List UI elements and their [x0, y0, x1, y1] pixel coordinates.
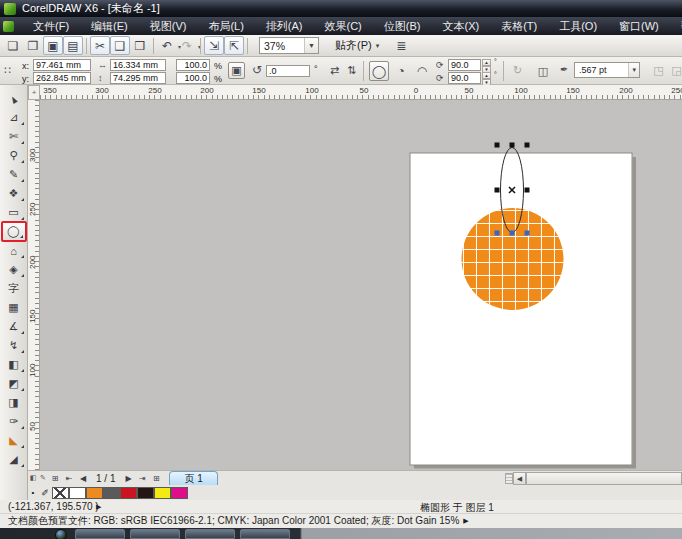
taskbar-app-button[interactable] — [240, 529, 290, 539]
taskbar-app-button[interactable] — [75, 529, 125, 539]
chevron-down-icon[interactable]: ▾ — [376, 42, 380, 50]
previous-page-button[interactable]: ◀ — [76, 472, 90, 485]
horizontal-ruler[interactable]: 35030025020015010050050100150200250 — [40, 85, 682, 100]
pick-tool[interactable]: ▲ — [2, 89, 26, 108]
export-button[interactable]: ⇱ — [224, 36, 244, 55]
scroll-left-button[interactable]: ◀ — [513, 472, 526, 485]
menu-item[interactable]: 文本(X) — [431, 17, 490, 35]
start-angle-spinner[interactable]: ▲▼ — [482, 59, 491, 71]
scrollbar-thumb[interactable] — [526, 472, 682, 485]
start-button[interactable] — [55, 529, 67, 539]
zoom-tool[interactable]: ⚲ — [2, 146, 26, 165]
last-page-button[interactable]: ⇥ — [135, 472, 149, 485]
toolbar-button[interactable] — [150, 36, 157, 55]
import-button[interactable]: ⇲ — [204, 36, 224, 55]
drawing-area[interactable] — [40, 100, 682, 470]
outline-width-combo[interactable]: .567 pt ▾ — [574, 62, 640, 78]
basic-shapes-tool[interactable]: ◈ — [2, 260, 26, 279]
shadow-tool[interactable]: ◩ — [2, 374, 26, 393]
first-page-button[interactable]: ⇤ — [62, 472, 76, 485]
y-position-field[interactable]: 262.845 mm — [33, 72, 91, 84]
title-bar[interactable]: CorelDRAW X6 - [未命名 -1] — [0, 0, 682, 17]
expand-arrow-icon[interactable]: ▶ — [463, 517, 468, 525]
rotation-angle-field[interactable]: .0 — [266, 65, 310, 77]
menu-item[interactable]: 帮助(H) — [670, 17, 682, 35]
toolbar-button[interactable] — [83, 36, 90, 55]
polygon-tool[interactable]: ⌂ — [2, 241, 26, 260]
scale-x-field[interactable]: 100.0 — [176, 59, 210, 71]
lock-ratio-button[interactable]: ▣ — [228, 62, 245, 79]
palette-dot-button[interactable]: • — [28, 488, 38, 497]
toolbar-button[interactable] — [197, 36, 204, 55]
redo-button[interactable]: ↷ — [177, 36, 197, 55]
print-button[interactable]: ▤ — [63, 36, 83, 55]
shape-tool[interactable]: ⊿ — [2, 108, 26, 127]
connector-tool[interactable]: ↯ — [2, 336, 26, 355]
menu-item[interactable]: 文件(F) — [22, 17, 80, 35]
menu-item[interactable]: 表格(T) — [490, 17, 548, 35]
fill-extra-button[interactable]: ◲ — [668, 62, 682, 79]
change-direction-button[interactable]: ↻ — [509, 62, 526, 79]
transparency-tool[interactable]: ◨ — [2, 393, 26, 412]
taskbar-app-button[interactable] — [130, 529, 180, 539]
expand-arrow-icon[interactable]: ▶ — [96, 503, 101, 511]
dimension-tool[interactable]: ∡ — [2, 317, 26, 336]
save-button[interactable]: ▣ — [43, 36, 63, 55]
end-angle-field[interactable]: 90.0 — [448, 72, 481, 84]
swatch-none[interactable] — [52, 487, 69, 499]
undo-button[interactable]: ↶ — [157, 36, 177, 55]
vertical-ruler[interactable]: 30025020015010050 — [28, 100, 40, 470]
nav-extra-button[interactable]: ◧ — [28, 472, 38, 485]
menu-item[interactable]: 位图(B) — [373, 17, 432, 35]
menu-item[interactable]: 窗口(W) — [608, 17, 670, 35]
options-button[interactable]: ≣ — [391, 36, 411, 55]
paste-button[interactable]: ❒ — [130, 36, 150, 55]
snap-to-button[interactable]: 贴齐(P) ▾ — [335, 38, 379, 53]
menu-item[interactable]: 工具(O) — [548, 17, 608, 35]
interactive-fill-tool[interactable]: ◢ — [2, 450, 26, 469]
text-tool[interactable]: 字 — [2, 279, 26, 298]
menu-item[interactable]: 视图(V) — [139, 17, 198, 35]
open-button[interactable]: ❐ — [23, 36, 43, 55]
new-button[interactable]: ❏ — [3, 36, 23, 55]
smart-fill-tool[interactable]: ❖ — [2, 184, 26, 203]
text-wrap-button[interactable]: ◫ — [533, 61, 553, 81]
menu-item[interactable]: 布局(L) — [197, 17, 254, 35]
ellipse-tool[interactable]: ◯ — [2, 222, 26, 241]
cut-button[interactable]: ✂ — [90, 36, 110, 55]
height-field[interactable]: 74.295 mm — [110, 72, 166, 84]
swatch-red[interactable] — [120, 487, 137, 499]
swatch-white[interactable] — [69, 487, 86, 499]
eyedropper-tool[interactable]: ✑ — [2, 412, 26, 431]
width-field[interactable]: 16.334 mm — [110, 59, 166, 71]
scale-y-field[interactable]: 100.0 — [176, 72, 210, 84]
next-page-button[interactable]: ▶ — [121, 472, 135, 485]
add-page-button[interactable]: ⊞ — [48, 472, 62, 485]
swatch-yellow[interactable] — [154, 487, 171, 499]
swatch-black[interactable] — [137, 487, 154, 499]
add-page-button[interactable]: ⊞ — [149, 472, 163, 485]
page-tab[interactable]: 页 1 — [169, 471, 217, 485]
ruler-origin-button[interactable]: + — [28, 85, 40, 100]
menu-item[interactable]: 编辑(E) — [80, 17, 139, 35]
table-tool[interactable]: ▦ — [2, 298, 26, 317]
orange-grid-circle[interactable] — [462, 208, 564, 310]
mirror-vertical-button[interactable]: ⇅ — [343, 62, 360, 79]
pie-mode-button[interactable]: ◔ — [391, 61, 411, 81]
x-position-field[interactable]: 97.461 mm — [33, 59, 91, 71]
swatch-gray[interactable] — [103, 487, 120, 499]
rectangle-tool[interactable]: ▭ — [2, 203, 26, 222]
start-angle-field[interactable]: 90.0 — [448, 59, 481, 71]
menu-item[interactable]: 排列(A) — [255, 17, 314, 35]
nav-extra-button[interactable]: ✎ — [38, 472, 48, 485]
chevron-down-icon[interactable]: ▼ — [304, 38, 318, 53]
swatch-orange[interactable] — [86, 487, 103, 499]
scrollbar-splitter[interactable] — [505, 473, 513, 484]
horizontal-scrollbar[interactable]: ◀ — [505, 472, 682, 485]
eyedropper-icon[interactable]: ✐ — [39, 488, 51, 498]
end-angle-spinner[interactable]: ▲▼ — [482, 72, 491, 84]
outline-extra-button[interactable]: ◳ — [650, 62, 667, 79]
freehand-tool[interactable]: ✎ — [2, 165, 26, 184]
copy-button[interactable]: ❑ — [110, 36, 130, 55]
ellipse-mode-button[interactable]: ◯ — [369, 61, 389, 81]
